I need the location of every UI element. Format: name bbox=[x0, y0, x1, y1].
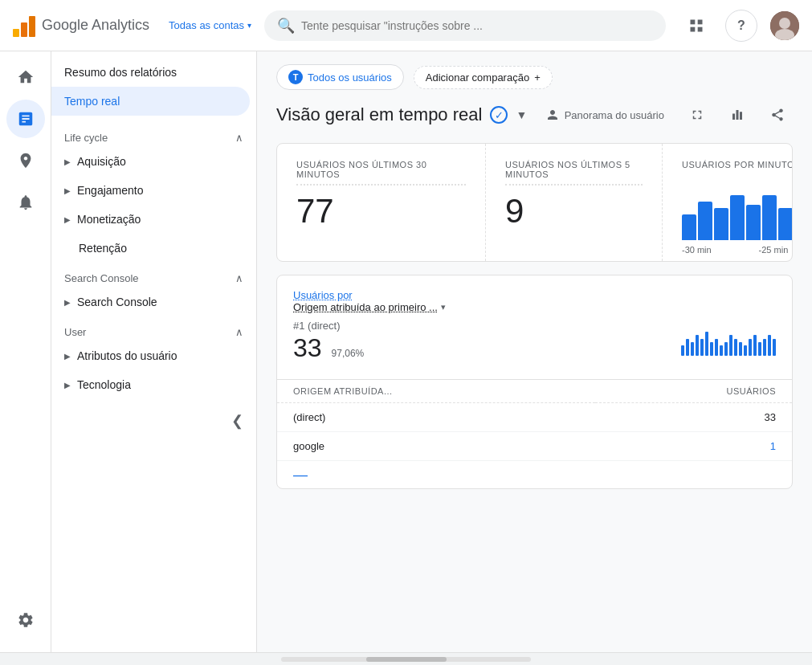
sidebar-section-user[interactable]: User ∧ bbox=[51, 316, 256, 341]
aquisicao-label: Aquisição bbox=[77, 155, 126, 168]
chart-label: USUÁRIOS POR MINUTO bbox=[682, 160, 793, 169]
mini-bar bbox=[705, 332, 708, 356]
chip-letter: T bbox=[293, 72, 299, 82]
logo-bar-2 bbox=[21, 22, 27, 37]
bar-chart bbox=[682, 176, 793, 240]
svg-rect-2 bbox=[691, 27, 696, 31]
search-input[interactable] bbox=[301, 19, 653, 32]
rail-advertising-icon[interactable] bbox=[6, 183, 45, 222]
sidebar-item-monetizacao[interactable]: ▶ Monetização bbox=[51, 205, 256, 234]
sidebar-item-tecnologia[interactable]: ▶ Tecnologia bbox=[51, 370, 256, 399]
sidebar-footer: ❮ bbox=[51, 399, 256, 443]
bottom-scrollbar[interactable] bbox=[0, 652, 812, 665]
sidebar-item-tempo-real[interactable]: Tempo real bbox=[51, 87, 250, 116]
mini-bar bbox=[686, 339, 689, 356]
logo-text: Google Analytics bbox=[42, 17, 149, 34]
mini-bar bbox=[700, 339, 704, 356]
sidebar-item-resumo[interactable]: Resumo dos relatórios bbox=[51, 58, 256, 87]
chart-compare-button[interactable] bbox=[722, 103, 753, 127]
mini-bar bbox=[763, 339, 766, 356]
rank-value: #1 (direct) bbox=[293, 320, 364, 332]
sidebar-item-atributos[interactable]: ▶ Atributos do usuário bbox=[51, 341, 256, 370]
users-30min-stat: USUÁRIOS NOS ÚLTIMOS 30 MINUTOS 77 bbox=[277, 144, 486, 261]
retencao-label: Retenção bbox=[64, 242, 127, 255]
panorama-button[interactable]: Panorama do usuário bbox=[537, 103, 672, 127]
add-comparison-button[interactable]: Adicionar comparação + bbox=[414, 66, 553, 89]
sidebar-top-items: Resumo dos relatórios Tempo real bbox=[51, 51, 256, 122]
page-title: Visão geral em tempo real bbox=[276, 104, 482, 125]
panorama-label: Panorama do usuário bbox=[565, 109, 664, 121]
rail-home-icon[interactable] bbox=[6, 58, 45, 96]
users-5min-label: USUÁRIOS NOS ÚLTIMOS 5 MINUTOS bbox=[505, 160, 643, 186]
sidebar-item-searchconsole[interactable]: ▶ Search Console bbox=[51, 288, 256, 316]
user-title: User bbox=[64, 326, 86, 338]
user-collapse-icon: ∧ bbox=[235, 326, 243, 338]
aquisicao-arrow-icon: ▶ bbox=[64, 157, 71, 166]
table-card-header: Usuários por Origem atribuída ao primeir… bbox=[277, 275, 792, 379]
rail-settings-icon[interactable] bbox=[6, 601, 45, 639]
svg-point-5 bbox=[779, 18, 790, 29]
title-chevron-icon[interactable]: ▼ bbox=[516, 108, 527, 121]
sidebar-section-searchconsole[interactable]: Search Console ∧ bbox=[51, 263, 256, 288]
users-por-link[interactable]: Usuários por bbox=[293, 289, 353, 301]
mini-bar bbox=[734, 339, 737, 356]
logo-bar-3 bbox=[29, 16, 35, 37]
chart-bar bbox=[714, 208, 728, 240]
mini-bar bbox=[739, 342, 742, 356]
sidebar-section-lifecycle[interactable]: Life cycle ∧ bbox=[51, 122, 256, 147]
subtitle-dropdown-icon[interactable]: ▾ bbox=[441, 302, 446, 312]
table-card-title: Usuários por bbox=[293, 288, 776, 301]
rank-direct-area: #1 (direct) 33 97,06% bbox=[293, 320, 364, 363]
title-check-icon: ✓ bbox=[490, 106, 508, 124]
sidebar-item-retencao[interactable]: Retenção bbox=[51, 234, 256, 263]
user-avatar[interactable] bbox=[770, 11, 799, 40]
rail-explore-icon[interactable] bbox=[6, 141, 45, 180]
apps-button[interactable] bbox=[680, 10, 712, 42]
sidebar-item-engajamento[interactable]: ▶ Engajamento bbox=[51, 176, 256, 205]
mini-bar bbox=[773, 339, 776, 356]
tecnologia-arrow-icon: ▶ bbox=[64, 381, 71, 390]
mini-bar bbox=[753, 335, 757, 356]
chart-bar bbox=[778, 208, 793, 240]
sidebar-collapse-button[interactable]: ❮ bbox=[231, 412, 243, 430]
users-30min-label: USUÁRIOS NOS ÚLTIMOS 30 MINUTOS bbox=[296, 160, 466, 186]
add-icon: + bbox=[534, 71, 541, 84]
rail-reports-icon[interactable] bbox=[6, 100, 45, 138]
engajamento-label: Engajamento bbox=[77, 184, 144, 197]
svg-rect-8 bbox=[737, 110, 739, 120]
sidebar-item-aquisicao[interactable]: ▶ Aquisição bbox=[51, 147, 256, 176]
page-title-area: Visão geral em tempo real ✓ ▼ bbox=[276, 104, 527, 125]
logo-area: Google Analytics bbox=[13, 14, 149, 37]
svg-rect-0 bbox=[691, 19, 696, 24]
mini-bar bbox=[691, 342, 694, 356]
main-content: T Todos os usuários Adicionar comparação… bbox=[257, 51, 812, 652]
card-stats-row: #1 (direct) 33 97,06% bbox=[293, 320, 776, 363]
users-cell: 33 bbox=[595, 403, 792, 432]
subtitle-text: Origem atribuída ao primeiro ... bbox=[293, 301, 438, 313]
mini-bar bbox=[720, 345, 723, 356]
mini-bar bbox=[724, 342, 728, 356]
col2-header: USUÁRIOS bbox=[595, 380, 792, 403]
mini-bar bbox=[715, 339, 718, 356]
lifecycle-title: Life cycle bbox=[64, 132, 108, 144]
tecnologia-label: Tecnologia bbox=[77, 378, 131, 391]
account-selector[interactable]: Todas as contas ▾ bbox=[169, 19, 251, 31]
chart-bar bbox=[682, 214, 696, 240]
share-button[interactable] bbox=[762, 103, 793, 127]
searchconsole-title: Search Console bbox=[64, 272, 139, 284]
page-title-bar: Visão geral em tempo real ✓ ▼ Panorama d… bbox=[276, 103, 793, 127]
users-per-minute-chart: USUÁRIOS POR MINUTO 20 -30 min -25 min -… bbox=[663, 144, 793, 261]
help-button[interactable]: ? bbox=[725, 10, 757, 42]
search-bar[interactable]: 🔍 bbox=[264, 10, 666, 41]
mini-chart bbox=[681, 327, 776, 356]
users-30min-value: 77 bbox=[296, 192, 466, 231]
all-users-label: Todos os usuários bbox=[308, 71, 392, 84]
mini-bar bbox=[729, 335, 732, 356]
scrollbar-track bbox=[281, 657, 531, 662]
count-area: 33 97,06% bbox=[293, 333, 364, 363]
logo-icon bbox=[13, 14, 35, 37]
scrollbar-thumb[interactable] bbox=[366, 657, 447, 662]
expand-button[interactable] bbox=[682, 103, 712, 127]
table-card-subtitle: Origem atribuída ao primeiro ... ▾ bbox=[293, 301, 776, 313]
all-users-chip[interactable]: T Todos os usuários bbox=[276, 64, 404, 90]
